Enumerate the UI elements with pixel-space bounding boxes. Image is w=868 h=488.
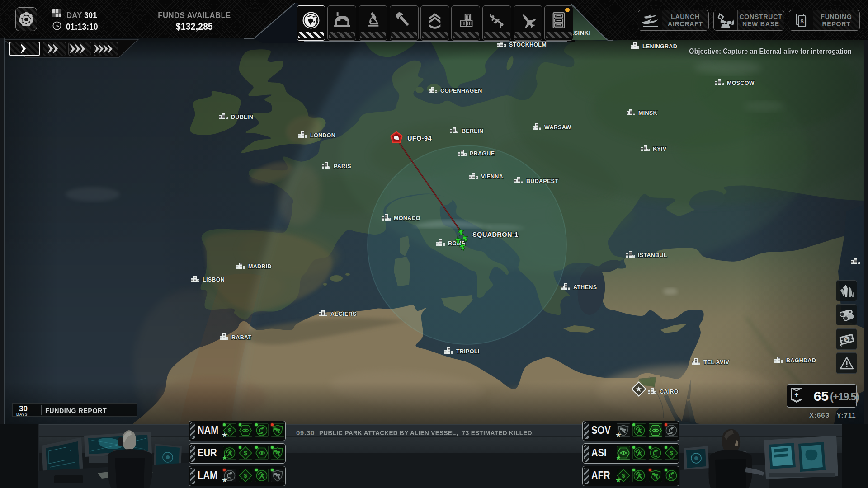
svg-text:BAGHDAD: BAGHDAD (786, 357, 816, 364)
svg-text:KYIV: KYIV (653, 146, 667, 152)
svg-text:$: $ (244, 472, 248, 479)
svg-text:LISBON: LISBON (203, 277, 225, 283)
svg-text:PRAGUE: PRAGUE (470, 150, 495, 157)
svg-text:CAIRO: CAIRO (660, 389, 679, 395)
svg-text:ALGIERS: ALGIERS (330, 311, 357, 317)
svg-text:$: $ (244, 450, 248, 456)
svg-text:PARIS: PARIS (334, 163, 351, 169)
svg-text:MONACO: MONACO (394, 215, 420, 221)
svg-text:RABAT: RABAT (231, 334, 251, 341)
svg-text:COPENHAGEN: COPENHAGEN (440, 88, 482, 94)
svg-text:VIENNA: VIENNA (481, 174, 503, 180)
svg-text:BUDAPEST: BUDAPEST (526, 178, 558, 184)
svg-text:BERLIN: BERLIN (462, 128, 483, 134)
svg-text:ATHENS: ATHENS (573, 284, 597, 291)
svg-text:LONDON: LONDON (310, 132, 335, 139)
svg-text:MINSK: MINSK (638, 110, 657, 116)
svg-text:MADRID: MADRID (248, 263, 272, 270)
svg-text:UFO-94: UFO-94 (407, 135, 432, 142)
svg-text:$: $ (622, 472, 625, 479)
svg-text:ISTANBUL: ISTANBUL (638, 252, 667, 258)
svg-text:SQUADRON-1: SQUADRON-1 (472, 231, 518, 238)
svg-text:$: $ (228, 427, 231, 434)
svg-text:TRIPOLI: TRIPOLI (456, 348, 479, 355)
svg-text:$: $ (800, 18, 804, 25)
svg-text:$: $ (670, 450, 673, 456)
svg-text:MOSCOW: MOSCOW (727, 80, 755, 86)
svg-text:TEL AVIV: TEL AVIV (703, 359, 729, 366)
svg-text:+: + (794, 391, 798, 399)
svg-text:WARSAW: WARSAW (544, 124, 571, 131)
svg-text:DUBLIN: DUBLIN (231, 114, 253, 120)
